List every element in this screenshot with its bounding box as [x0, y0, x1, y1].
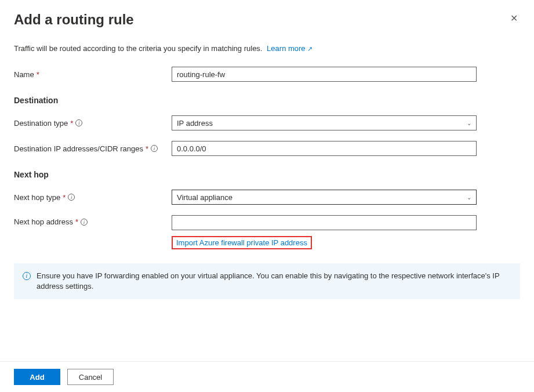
- next-hop-address-label: Next hop address * i: [14, 215, 172, 226]
- chevron-down-icon: ⌄: [467, 194, 471, 201]
- required-indicator: *: [75, 217, 78, 226]
- import-firewall-ip-link[interactable]: Import Azure firewall private IP address: [176, 238, 307, 247]
- learn-more-link[interactable]: Learn more↗: [267, 44, 312, 53]
- name-label: Name *: [14, 70, 172, 79]
- panel-header: Add a routing rule ✕: [14, 12, 520, 28]
- info-icon: i: [23, 272, 31, 280]
- destination-cidr-input[interactable]: [172, 141, 477, 156]
- info-banner-text: Ensure you have IP forwarding enabled on…: [37, 271, 511, 292]
- required-indicator: *: [146, 144, 148, 153]
- intro-description: Traffic will be routed according to the …: [14, 44, 262, 53]
- destination-type-value: IP address: [177, 119, 213, 128]
- name-input[interactable]: [172, 67, 477, 82]
- page-title: Add a routing rule: [14, 12, 134, 28]
- destination-type-label-text: Destination type: [14, 119, 68, 128]
- close-icon: ✕: [510, 13, 518, 23]
- next-hop-type-value: Virtual appliance: [177, 193, 233, 202]
- learn-more-label: Learn more: [267, 44, 305, 53]
- required-indicator: *: [70, 119, 73, 128]
- next-hop-section-title: Next hop: [14, 170, 520, 179]
- required-indicator: *: [37, 70, 39, 79]
- name-label-text: Name: [14, 70, 34, 79]
- destination-cidr-label: Destination IP addresses/CIDR ranges * i: [14, 144, 172, 153]
- required-indicator: *: [63, 193, 66, 202]
- info-icon[interactable]: i: [151, 145, 158, 152]
- next-hop-address-label-text: Next hop address: [14, 217, 73, 226]
- import-highlight-box: Import Azure firewall private IP address: [172, 236, 312, 249]
- next-hop-type-select[interactable]: Virtual appliance ⌄: [172, 190, 477, 205]
- close-button[interactable]: ✕: [508, 12, 520, 26]
- intro-text: Traffic will be routed according to the …: [14, 44, 520, 53]
- info-icon[interactable]: i: [81, 219, 88, 226]
- info-icon[interactable]: i: [75, 119, 82, 126]
- next-hop-type-label-text: Next hop type: [14, 193, 60, 202]
- next-hop-address-input[interactable]: [172, 215, 477, 230]
- next-hop-type-label: Next hop type * i: [14, 193, 172, 202]
- cancel-button[interactable]: Cancel: [67, 369, 114, 385]
- destination-type-select[interactable]: IP address ⌄: [172, 115, 477, 130]
- info-banner: i Ensure you have IP forwarding enabled …: [14, 263, 520, 299]
- external-link-icon: ↗: [307, 45, 313, 53]
- footer-bar: Add Cancel: [0, 361, 534, 392]
- info-icon[interactable]: i: [68, 194, 75, 201]
- destination-type-label: Destination type * i: [14, 119, 172, 128]
- destination-cidr-label-text: Destination IP addresses/CIDR ranges: [14, 144, 143, 153]
- chevron-down-icon: ⌄: [467, 120, 471, 126]
- add-button[interactable]: Add: [14, 369, 60, 385]
- destination-section-title: Destination: [14, 96, 520, 105]
